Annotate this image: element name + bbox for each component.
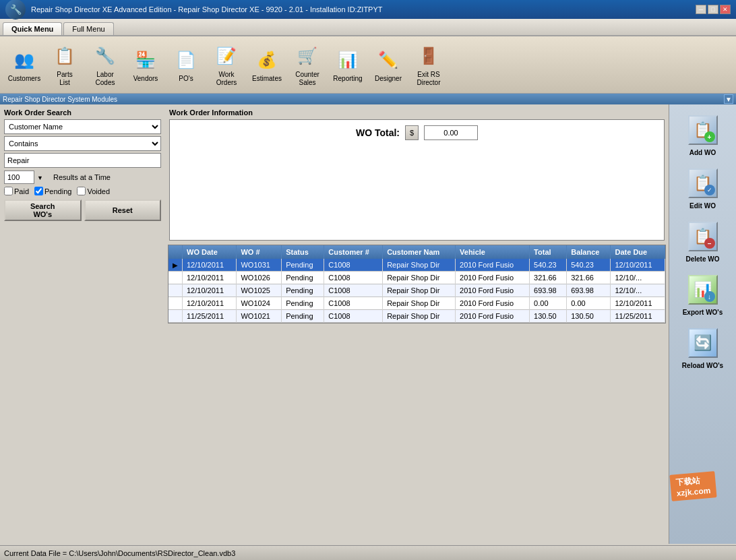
cell-customer-name: Repair Shop Dir xyxy=(383,272,456,284)
cell-wo-num: WO1031 xyxy=(237,259,282,272)
counter-sales-icon: 🛒 xyxy=(294,42,321,69)
table-header-row: WO Date WO # Status Customer # Customer … xyxy=(168,245,665,259)
toolbar-vendors[interactable]: 🏪 Vendors xyxy=(127,44,164,86)
close-button[interactable]: ✕ xyxy=(720,5,731,14)
estimates-label: Estimates xyxy=(252,75,282,83)
estimates-icon: 💰 xyxy=(253,46,280,73)
cell-total: 540.23 xyxy=(530,259,567,272)
cell-total: 693.98 xyxy=(530,284,567,297)
search-buttons: SearchWO's Reset xyxy=(4,199,161,221)
tab-quick-menu[interactable]: Quick Menu xyxy=(3,22,62,35)
reload-wo-button[interactable]: 🔄 Reload WO's xyxy=(674,323,732,372)
edit-wo-icon: 📋 ✓ xyxy=(685,166,720,201)
export-wo-button[interactable]: 📊 ↓ Export WO's xyxy=(674,270,732,319)
edit-badge: ✓ xyxy=(704,185,715,195)
main-content: Work Order Search Customer Name Contains… xyxy=(0,104,736,544)
tab-full-menu[interactable]: Full Menu xyxy=(63,22,113,35)
condition-dropdown-wrapper: Contains xyxy=(4,136,161,151)
app-logo: 🔧 xyxy=(5,0,26,20)
condition-select[interactable]: Contains xyxy=(4,136,161,151)
status-text: Current Data File = C:\Users\John\Docume… xyxy=(4,549,235,557)
col-vehicle: Vehicle xyxy=(456,245,530,259)
toolbar-customers[interactable]: 👥 Customers xyxy=(5,44,43,86)
pending-checkbox[interactable] xyxy=(34,187,43,195)
add-wo-button[interactable]: 📋 + Add WO xyxy=(674,110,732,159)
toolbar-estimates[interactable]: 💰 Estimates xyxy=(248,44,286,86)
pending-checkbox-item: Pending xyxy=(34,187,71,195)
table-row[interactable]: 12/10/2011 WO1025 Pending C1008 Repair S… xyxy=(168,284,665,297)
search-value-input[interactable] xyxy=(4,153,161,168)
window-controls: ─ □ ✕ xyxy=(696,5,731,14)
labor-codes-icon: 🔧 xyxy=(92,42,119,69)
cell-balance: 321.66 xyxy=(567,272,611,284)
cell-vehicle: 2010 Ford Fusio xyxy=(456,284,530,297)
reset-button[interactable]: Reset xyxy=(84,199,162,221)
designer-label: Designer xyxy=(375,75,402,83)
maximize-button[interactable]: □ xyxy=(708,5,718,14)
paid-checkbox-item: Paid xyxy=(4,187,29,195)
toolbar-reporting[interactable]: 📊 Reporting xyxy=(329,44,367,86)
toolbar-exit[interactable]: 🚪 Exit RSDirector xyxy=(410,40,448,90)
exit-icon: 🚪 xyxy=(415,42,442,69)
wo-total-input[interactable] xyxy=(424,125,478,140)
cell-wo-date: 12/10/2011 xyxy=(183,284,237,297)
voided-checkbox[interactable] xyxy=(77,187,86,195)
reporting-icon: 📊 xyxy=(334,46,361,73)
minimize-button[interactable]: ─ xyxy=(696,5,706,14)
edit-wo-label: Edit WO xyxy=(689,202,716,210)
data-table-area: WO Date WO # Status Customer # Customer … xyxy=(168,245,666,323)
search-wo-button[interactable]: SearchWO's xyxy=(4,199,82,221)
table-row[interactable]: 11/25/2011 WO1021 Pending C1008 Repair S… xyxy=(168,310,665,323)
delete-badge: – xyxy=(704,238,715,249)
results-row: ▼ Results at a Time xyxy=(4,170,161,184)
table-row[interactable]: 12/10/2011 WO1026 Pending C1008 Repair S… xyxy=(168,272,665,284)
cell-wo-num: WO1021 xyxy=(237,310,282,323)
export-wo-icon: 📊 ↓ xyxy=(685,272,720,307)
search-panel: Work Order Search Customer Name Contains… xyxy=(0,104,165,544)
system-bar-label: Repair Shop Director System Modules xyxy=(3,96,117,103)
delete-wo-button[interactable]: 📋 – Delete WO xyxy=(674,216,732,266)
edit-wo-button[interactable]: 📋 ✓ Edit WO xyxy=(674,163,732,212)
system-bar-expand-button[interactable]: ▼ xyxy=(724,94,733,104)
cell-vehicle: 2010 Ford Fusio xyxy=(456,297,530,310)
cell-customer-name: Repair Shop Dir xyxy=(383,297,456,310)
results-count-input[interactable] xyxy=(4,170,34,184)
paid-checkbox[interactable] xyxy=(4,187,13,195)
toolbar-pos[interactable]: 📄 PO's xyxy=(167,44,205,86)
toolbar-counter-sales[interactable]: 🛒 CounterSales xyxy=(288,40,326,90)
export-wo-label: Export WO's xyxy=(683,309,723,316)
export-badge: ↓ xyxy=(704,291,715,302)
table-row[interactable]: 12/10/2011 WO1024 Pending C1008 Repair S… xyxy=(168,297,665,310)
cell-customer-num: C1008 xyxy=(324,297,383,310)
parts-list-label: PartsList xyxy=(57,71,72,87)
cell-balance: 130.50 xyxy=(567,310,611,323)
toolbar-designer[interactable]: ✏️ Designer xyxy=(369,44,407,86)
wo-info-panel: Work Order Information WO Total: $ xyxy=(169,108,665,241)
cell-vehicle: 2010 Ford Fusio xyxy=(456,259,530,272)
cell-wo-date: 12/10/2011 xyxy=(183,272,237,284)
field-type-select[interactable]: Customer Name xyxy=(4,119,161,134)
work-orders-icon: 📝 xyxy=(213,42,240,69)
delete-wo-label: Delete WO xyxy=(685,255,719,263)
work-orders-label: Work Orders xyxy=(209,71,244,87)
toolbar-work-orders[interactable]: 📝 Work Orders xyxy=(208,40,245,90)
toolbar: 👥 Customers 📋 PartsList 🔧 LaborCodes 🏪 V… xyxy=(0,36,736,94)
toolbar-labor-codes[interactable]: 🔧 LaborCodes xyxy=(86,40,124,90)
cell-wo-date: 12/10/2011 xyxy=(183,297,237,310)
table-row[interactable]: ▶ 12/10/2011 WO1031 Pending C1008 Repair… xyxy=(168,259,665,272)
wo-total-label: WO Total: xyxy=(356,127,400,138)
counter-sales-label: CounterSales xyxy=(295,71,319,87)
results-at-a-time-label: Results at a Time xyxy=(53,173,111,181)
cell-date-due: 12/10/... xyxy=(611,272,665,284)
add-badge: + xyxy=(704,131,715,142)
paid-label: Paid xyxy=(14,187,29,195)
toolbar-parts-list[interactable]: 📋 PartsList xyxy=(46,40,84,90)
window-title: Repair Shop Director XE Advanced Edition… xyxy=(31,5,383,13)
cell-status: Pending xyxy=(282,284,324,297)
results-count-arrow: ▼ xyxy=(37,173,51,181)
search-panel-title: Work Order Search xyxy=(4,108,161,117)
reload-wo-icon: 🔄 xyxy=(685,325,720,361)
field-type-group: Customer Name xyxy=(4,119,161,134)
voided-label: Voided xyxy=(87,187,110,195)
cell-wo-num: WO1024 xyxy=(237,297,282,310)
